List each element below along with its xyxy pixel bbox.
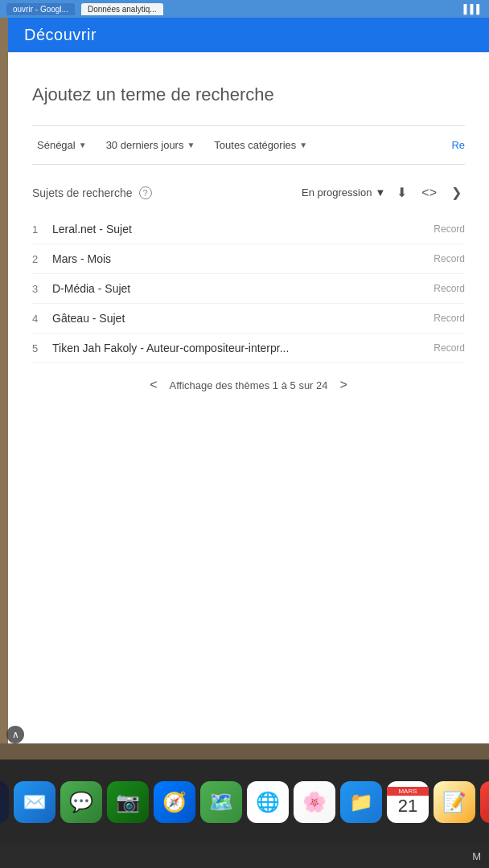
dock-item-maps[interactable]: 🗺️ [200,781,242,823]
dock-item-photos[interactable]: 🌸 [294,781,335,823]
main-body: Ajoutez un terme de recherche Sénégal ▼ … [8,52,489,743]
expand-button[interactable]: ∧ [6,726,24,743]
topic-name: Mars - Mois [52,252,425,265]
sort-dropdown[interactable]: En progression ▼ [302,186,385,199]
sort-label: En progression [302,186,372,199]
country-label: Sénégal [37,139,76,151]
desktop-strip [0,743,489,760]
topic-name: Tiken Jah Fakoly - Auteur-compositeur-in… [52,342,425,354]
table-row[interactable]: 5 Tiken Jah Fakoly - Auteur-compositeur-… [32,334,465,363]
download-icon[interactable]: ⬇ [393,183,410,202]
notes-icon: 📝 [442,791,466,813]
table-row[interactable]: 1 Leral.net - Sujet Record [32,215,465,244]
table-header-row: Sujets de recherche ? En progression ▼ ⬇… [32,177,465,208]
category-filter[interactable]: Toutes catégories ▼ [209,136,312,154]
topic-record: Record [425,342,465,354]
table-row[interactable]: 2 Mars - Mois Record [32,244,465,274]
dock-item-mail[interactable]: ✉️ [14,781,55,823]
mac-dock: 🚀 ✉️ 💬 📷 🧭 🗺️ 🌐 🌸 📁 MARS 21 [0,760,489,844]
dock-item-chrome[interactable]: 🌐 [247,781,289,823]
topic-rank: 2 [32,253,52,265]
topic-record: Record [425,253,465,264]
table-row[interactable]: 4 Gâteau - Sujet Record [32,304,465,334]
table-title-text: Sujets de recherche [32,186,133,199]
topic-record: Record [425,313,465,324]
chrome-icon: 🌐 [256,791,280,813]
topic-rank: 4 [32,313,52,325]
table-row[interactable]: 3 D-Média - Sujet Record [32,274,465,304]
topic-rank: 1 [32,223,52,235]
messages-icon: 💬 [69,791,93,813]
topic-rank: 5 [32,342,52,354]
topic-record: Record [425,283,465,294]
browser-tab-1[interactable]: ouvrir - Googl... [6,3,75,15]
next-page-button[interactable]: > [336,378,351,392]
category-label: Toutes catégories [214,139,296,151]
browser-content: Découvrir Ajoutez un terme de recherche … [8,18,489,743]
m-label: M [472,850,481,862]
photos-icon: 🌸 [302,791,327,813]
table-title-group: Sujets de recherche ? [32,186,152,199]
topics-table: 1 Leral.net - Sujet Record 2 Mars - Mois… [32,215,465,363]
dock-item-rocket[interactable]: 🚀 [0,781,9,823]
pagination-text: Affichage des thèmes 1 à 5 sur 24 [169,379,327,391]
page-header: Découvrir [8,18,489,52]
mac-dock-area: 🚀 ✉️ 💬 📷 🧭 🗺️ 🌐 🌸 📁 MARS 21 [0,743,489,868]
pagination: < Affichage des thèmes 1 à 5 sur 24 > [32,363,465,407]
topic-name: Gâteau - Sujet [52,312,425,325]
sort-chevron-icon: ▼ [375,186,385,199]
country-chevron-icon: ▼ [79,141,87,149]
share-icon[interactable]: ❯ [448,183,465,202]
dock-item-music[interactable]: 🎵 [480,781,489,823]
dock-item-safari[interactable]: 🧭 [154,781,195,823]
search-term-section: Ajoutez un terme de recherche [32,68,465,125]
period-filter[interactable]: 30 derniers jours ▼ [101,136,200,154]
table-section: Sujets de recherche ? En progression ▼ ⬇… [32,177,465,407]
mac-bottom-bar: M [0,844,489,868]
country-filter[interactable]: Sénégal ▼ [32,136,92,154]
topic-record: Record [425,223,465,235]
dock-item-facetime[interactable]: 📷 [107,781,149,823]
prev-page-button[interactable]: < [146,378,161,392]
dock-item-finder[interactable]: 📁 [340,781,382,823]
filters-row: Sénégal ▼ 30 derniers jours ▼ Toutes cat… [32,125,465,165]
re-label: Re [451,139,465,151]
browser-tab-2[interactable]: Données analytiq... [81,3,163,15]
help-icon[interactable]: ? [139,186,152,199]
dock-item-messages[interactable]: 💬 [60,781,102,823]
safari-icon: 🧭 [162,791,187,813]
facetime-icon: 📷 [116,791,140,813]
maps-icon: 🗺️ [209,791,233,813]
topic-name: D-Média - Sujet [52,282,425,295]
table-controls: En progression ▼ ⬇ <> ❯ [302,183,465,202]
search-term-label: Ajoutez un terme de recherche [32,84,274,104]
period-chevron-icon: ▼ [187,141,195,149]
browser-top-bar: ouvrir - Googl... Données analytiq... ▌▌… [0,0,489,18]
dock-item-notes[interactable]: 📝 [434,781,475,823]
calendar-month: MARS [387,787,429,796]
topic-rank: 3 [32,283,52,295]
embed-icon[interactable]: <> [418,184,440,202]
page-title: Découvrir [24,26,97,43]
signal-icon: ▌▌▌ [464,4,483,14]
category-chevron-icon: ▼ [299,141,307,149]
finder-icon: 📁 [349,791,373,813]
period-label: 30 derniers jours [106,139,184,151]
topic-name: Leral.net - Sujet [52,223,425,235]
mail-icon: ✉️ [23,791,47,813]
dock-item-calendar[interactable]: MARS 21 [387,781,429,823]
calendar-day: 21 [398,796,417,817]
